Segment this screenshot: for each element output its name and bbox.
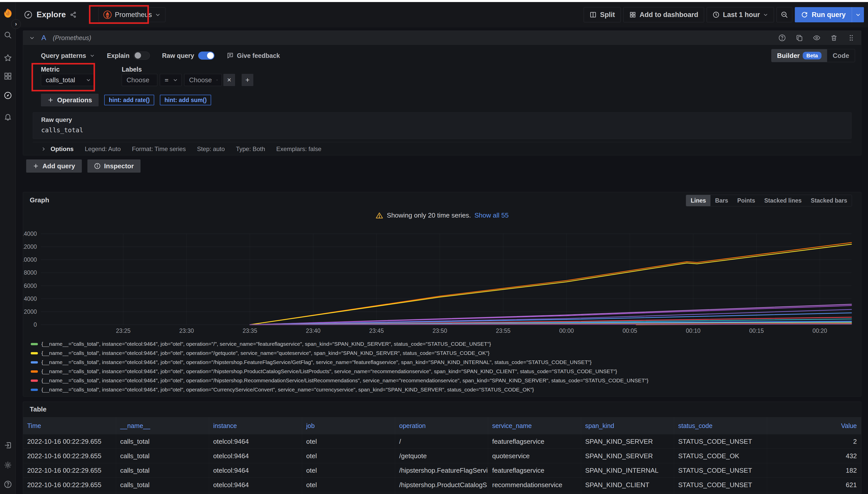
hide-response-eye-icon[interactable] [813, 34, 820, 42]
table-header-span-kind[interactable]: span_kind [581, 417, 674, 434]
y-axis-tick: 6000 [24, 283, 37, 289]
x-axis-tick: 00:10 [686, 327, 701, 334]
y-axis-tick: 12000 [23, 244, 37, 250]
table-cell: /hipstershop.ProductCatalogS… [395, 478, 488, 492]
datasource-picker[interactable]: Prometheus [98, 7, 165, 22]
collapse-chevron-icon[interactable] [29, 35, 35, 41]
time-series-chart[interactable]: 0200040006000800010000120001400023:2523:… [23, 230, 862, 339]
add-operation-button[interactable]: Operations [41, 94, 98, 106]
remove-query-trash-icon[interactable] [830, 34, 838, 42]
table-header-operation[interactable]: operation [395, 417, 488, 434]
sidebar-expand-button[interactable]: › [11, 19, 21, 29]
legend-item[interactable]: {__name__="calls_total", instance="otelc… [31, 358, 858, 367]
split-icon [590, 11, 597, 18]
drag-handle-icon[interactable] [847, 34, 855, 42]
legend-item[interactable]: {__name__="calls_total", instance="otelc… [31, 339, 858, 348]
code-mode-button[interactable]: Code [827, 49, 855, 62]
graph-mode-points[interactable]: Points [733, 195, 759, 206]
raw-query-toggle[interactable] [198, 52, 215, 60]
legend-item[interactable]: {__name__="calls_total", instance="otelc… [31, 376, 858, 385]
table-header--name-[interactable]: __name__ [116, 417, 209, 434]
x-axis-tick: 00:05 [622, 327, 637, 334]
give-feedback-button[interactable]: Give feedback [227, 52, 280, 59]
chevron-down-icon [763, 12, 768, 17]
label-operator-select[interactable]: = [160, 74, 182, 86]
options-collapse-toggle[interactable]: Options [41, 146, 74, 153]
grafana-logo[interactable] [2, 7, 14, 19]
x-axis-tick: 23:50 [433, 327, 447, 334]
dashboard-grid-icon [629, 11, 636, 18]
query-option-summary: Step: auto [197, 146, 224, 153]
explore-compass-icon[interactable] [4, 91, 12, 99]
zoom-out-icon [781, 11, 788, 19]
plus-icon [33, 163, 39, 169]
query-hint-button[interactable]: hint: add sum() [160, 95, 211, 106]
builder-mode-button[interactable]: Builder Beta [772, 49, 827, 62]
page-title: Explore [37, 10, 66, 19]
help-icon[interactable] [4, 480, 12, 489]
legend-item[interactable]: {__name__="calls_total", instance="otelc… [31, 348, 858, 358]
chevron-down-icon [173, 77, 178, 82]
star-icon[interactable] [4, 54, 12, 62]
share-icon[interactable] [70, 12, 76, 18]
query-option-summary: Type: Both [236, 146, 265, 153]
settings-gear-icon[interactable] [4, 461, 12, 469]
show-all-series-link[interactable]: Show all 55 [474, 211, 508, 219]
x-axis-tick: 23:55 [496, 327, 511, 334]
table-cell: 2022-10-16 00:22:29.655 [23, 492, 116, 494]
run-query-button[interactable]: Run query [795, 7, 864, 22]
split-button[interactable]: Split [584, 7, 621, 22]
y-axis-tick: 8000 [24, 269, 37, 276]
table-header-value[interactable]: Value [767, 417, 861, 434]
legend-swatch [31, 352, 38, 354]
run-query-dropdown[interactable] [852, 7, 864, 22]
zoom-out-button[interactable] [777, 7, 792, 22]
table-cell: featureflagservice [488, 434, 581, 449]
explain-toggle[interactable] [134, 52, 150, 60]
legend-item[interactable]: {__name__="calls_total", instance="otelc… [31, 385, 858, 394]
alerting-bell-icon[interactable] [4, 113, 12, 121]
raw-query-preview: Raw query calls_total [33, 112, 851, 139]
add-to-dashboard-button[interactable]: Add to dashboard [623, 7, 704, 22]
x-axis-tick: 23:30 [179, 327, 194, 334]
graph-mode-stacked-lines[interactable]: Stacked lines [760, 195, 806, 206]
dashboards-grid-icon[interactable] [4, 72, 12, 80]
table-cell: otel [302, 478, 395, 492]
table-header-service-name[interactable]: service_name [488, 417, 581, 434]
sign-in-icon[interactable] [4, 441, 12, 449]
table-header-status-code[interactable]: status_code [674, 417, 767, 434]
graph-mode-bars[interactable]: Bars [710, 195, 733, 206]
query-hint-button[interactable]: hint: add rate() [104, 95, 154, 106]
search-icon[interactable] [4, 31, 12, 39]
labels-label: Labels [122, 66, 142, 73]
query-help-icon[interactable] [778, 34, 786, 42]
graph-mode-stacked-bars[interactable]: Stacked bars [806, 195, 852, 206]
clock-icon [712, 11, 720, 18]
query-row-header[interactable]: A (Prometheus) [23, 31, 861, 45]
table-cell: 2022-10-16 00:22:29.655 [23, 478, 116, 492]
table-cell: SPAN_KIND_INTERNAL [581, 463, 674, 478]
remove-label-filter-button[interactable]: × [223, 74, 235, 86]
inspector-button[interactable]: Inspector [87, 159, 141, 173]
results-table: Time__name__instancejoboperationservice_… [23, 417, 861, 494]
label-value-select[interactable]: Choose [184, 74, 222, 86]
legend-label: {__name__="calls_total", instance="otelc… [41, 396, 191, 397]
graph-mode-lines[interactable]: Lines [686, 195, 710, 206]
legend-item[interactable]: {__name__="calls_total", instance="otelc… [31, 394, 858, 397]
add-label-filter-button[interactable]: + [242, 74, 253, 86]
time-range-picker[interactable]: Last 1 hour [707, 7, 774, 22]
table-cell: SPAN_KIND_SERVER [581, 449, 674, 463]
y-axis-tick: 10000 [23, 256, 37, 263]
add-query-button[interactable]: Add query [26, 159, 82, 173]
editor-mode-switch: Builder Beta Code [771, 49, 855, 62]
query-option-summary: Legend: Auto [85, 146, 121, 153]
duplicate-query-icon[interactable] [796, 34, 803, 42]
query-patterns-button[interactable]: Query patterns [41, 52, 95, 59]
metric-select[interactable]: calls_total [41, 74, 95, 86]
table-header-instance[interactable]: instance [209, 417, 302, 434]
legend-item[interactable]: {__name__="calls_total", instance="otelc… [31, 367, 858, 376]
explore-header: Explore Prometheus Split Add to dashboar… [16, 2, 868, 27]
label-key-select[interactable]: Choose [122, 74, 157, 86]
table-header-time[interactable]: Time [23, 417, 116, 434]
table-header-job[interactable]: job [302, 417, 395, 434]
